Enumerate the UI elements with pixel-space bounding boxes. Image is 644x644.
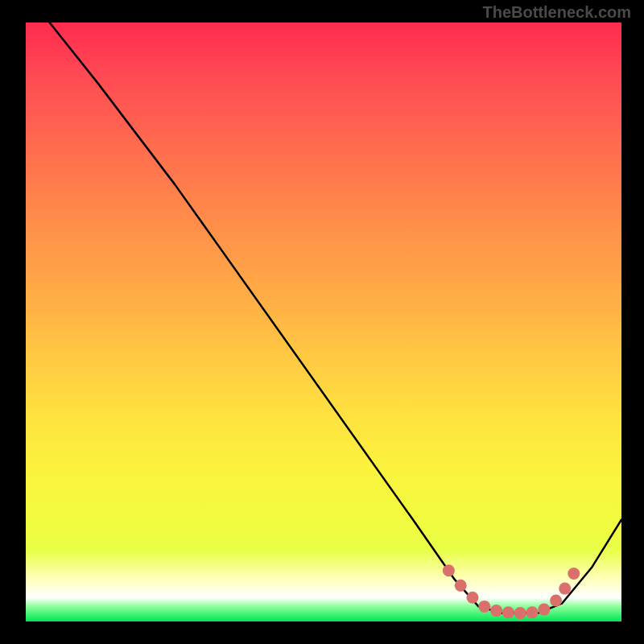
svg-point-2	[467, 592, 479, 604]
plot-area	[26, 23, 621, 621]
svg-point-7	[526, 606, 539, 618]
svg-point-1	[455, 580, 467, 592]
svg-point-8	[538, 604, 550, 616]
svg-point-0	[443, 564, 455, 576]
svg-point-3	[478, 601, 490, 613]
svg-point-5	[502, 606, 514, 618]
svg-point-4	[490, 605, 502, 617]
highlight-dots	[443, 564, 580, 619]
watermark-text: TheBottleneck.com	[483, 3, 631, 22]
svg-point-10	[559, 583, 571, 595]
svg-point-9	[550, 594, 562, 606]
curve-svg	[26, 23, 621, 621]
svg-point-11	[568, 568, 580, 580]
svg-point-6	[514, 607, 526, 619]
main-curve	[50, 23, 621, 613]
chart-container: TheBottleneck.com	[0, 0, 644, 644]
